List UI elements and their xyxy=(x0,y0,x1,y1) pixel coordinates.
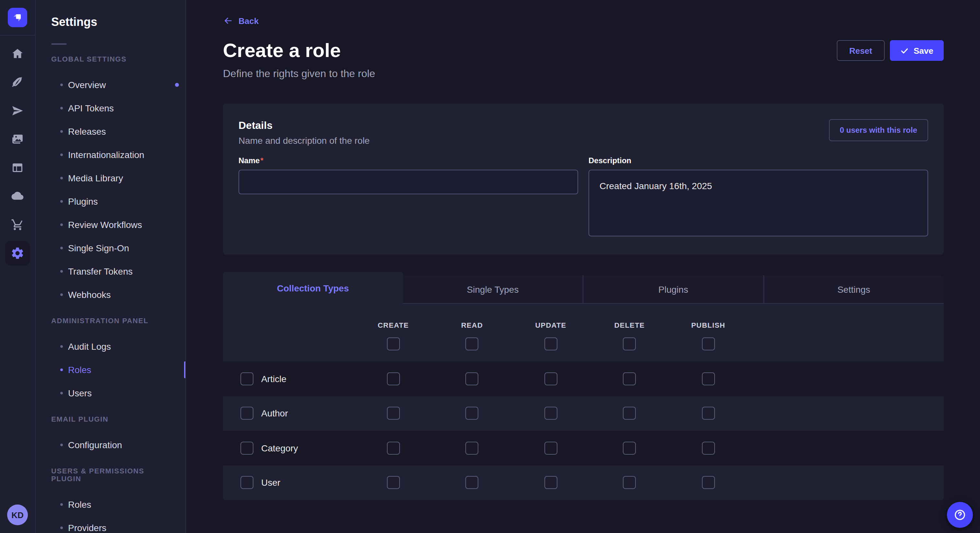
article-delete-checkbox[interactable] xyxy=(623,373,636,385)
user-create-checkbox[interactable] xyxy=(387,476,400,489)
author-read-checkbox[interactable] xyxy=(466,407,479,420)
permissions-table-header: CREATE READ UPDATE DELETE PUBLISH xyxy=(223,304,944,362)
category-row-checkbox[interactable] xyxy=(240,442,253,455)
article-publish-checkbox[interactable] xyxy=(702,373,715,385)
select-all-read-checkbox[interactable] xyxy=(466,338,479,351)
author-row-checkbox[interactable] xyxy=(240,407,253,420)
bullet-icon xyxy=(60,177,63,179)
sidebar-item-label: Overview xyxy=(68,80,106,90)
section-heading-global-settings: GLOBAL SETTINGS xyxy=(51,55,170,63)
sidebar-item-users[interactable]: Users xyxy=(36,381,185,405)
user-row-checkbox[interactable] xyxy=(240,476,253,489)
bullet-icon xyxy=(60,130,63,133)
user-update-checkbox[interactable] xyxy=(544,476,557,489)
sidebar-item-label: Review Workflows xyxy=(68,219,142,230)
column-header-create: CREATE xyxy=(354,321,433,329)
article-update-checkbox[interactable] xyxy=(544,373,557,385)
article-read-checkbox[interactable] xyxy=(466,373,479,385)
bullet-icon xyxy=(60,293,63,296)
reset-button[interactable]: Reset xyxy=(837,40,885,61)
title-divider xyxy=(51,43,67,45)
bullet-icon xyxy=(60,224,63,226)
sidebar-item-label: Audit Logs xyxy=(68,341,111,352)
media-library-icon[interactable] xyxy=(8,130,27,148)
sidebar-item-label: Plugins xyxy=(68,196,98,206)
sidebar-item-review-workflows[interactable]: Review Workflows xyxy=(36,213,185,236)
sidebar-item-single-sign-on[interactable]: Single Sign-On xyxy=(36,236,185,260)
column-header-read: READ xyxy=(433,321,511,329)
help-button[interactable] xyxy=(947,502,973,528)
rail-icon-list xyxy=(5,45,30,262)
bullet-icon xyxy=(60,84,63,86)
cloud-icon[interactable] xyxy=(8,187,27,205)
sidebar-item-api-tokens[interactable]: API Tokens xyxy=(36,97,185,120)
description-label: Description xyxy=(589,156,631,165)
logo-cell[interactable] xyxy=(0,0,35,36)
category-update-checkbox[interactable] xyxy=(544,442,557,455)
table-row-author: Author xyxy=(223,396,944,431)
select-all-delete-checkbox[interactable] xyxy=(623,338,636,351)
name-input[interactable] xyxy=(239,170,578,194)
sidebar-item-roles-active[interactable]: Roles xyxy=(36,358,185,381)
sidebar-item-label: Roles xyxy=(68,365,91,375)
user-delete-checkbox[interactable] xyxy=(623,476,636,489)
column-header-update: UPDATE xyxy=(511,321,590,329)
category-read-checkbox[interactable] xyxy=(466,442,479,455)
required-asterisk: * xyxy=(260,156,263,165)
page-subtitle: Define the rights given to the role xyxy=(223,67,375,80)
sidebar-item-label: Roles xyxy=(68,499,91,510)
tab-settings[interactable]: Settings xyxy=(763,275,944,304)
sidebar-item-label: Releases xyxy=(68,126,106,136)
section-heading-email-plugin: EMAIL PLUGIN xyxy=(51,415,170,423)
sidebar-item-up-providers[interactable]: Providers xyxy=(36,516,185,533)
back-link[interactable]: Back xyxy=(223,16,259,26)
sidebar-item-plugins[interactable]: Plugins xyxy=(36,190,185,213)
page-header: Create a role Define the rights given to… xyxy=(223,39,944,80)
article-row-checkbox[interactable] xyxy=(240,373,253,385)
select-all-create-checkbox[interactable] xyxy=(387,338,400,351)
sidebar-item-overview[interactable]: Overview xyxy=(36,73,185,97)
sidebar-item-configuration[interactable]: Configuration xyxy=(36,433,185,457)
sidebar-item-media-library[interactable]: Media Library xyxy=(36,167,185,190)
sidebar-item-label: Webhooks xyxy=(68,289,111,300)
select-all-publish-checkbox[interactable] xyxy=(702,338,715,351)
author-update-checkbox[interactable] xyxy=(544,407,557,420)
sidebar-item-up-roles[interactable]: Roles xyxy=(36,493,185,516)
tab-single-types[interactable]: Single Types xyxy=(403,275,583,304)
author-delete-checkbox[interactable] xyxy=(623,407,636,420)
permissions-panel: CREATE READ UPDATE DELETE PUBLISH xyxy=(223,304,944,500)
home-icon[interactable] xyxy=(8,45,27,63)
user-avatar[interactable]: KD xyxy=(7,504,28,525)
content-manager-icon[interactable] xyxy=(8,159,27,177)
users-with-role-button[interactable]: 0 users with this role xyxy=(829,119,928,141)
description-field-group: Description Created January 16th, 2025 xyxy=(589,154,928,239)
sidebar-item-internationalization[interactable]: Internationalization xyxy=(36,143,185,167)
bullet-icon xyxy=(60,200,63,203)
users-permissions-plugin-list: Roles Providers xyxy=(36,493,185,533)
sidebar-item-audit-logs[interactable]: Audit Logs xyxy=(36,335,185,358)
sidebar-item-webhooks[interactable]: Webhooks xyxy=(36,283,185,306)
feather-icon[interactable] xyxy=(8,73,27,91)
description-textarea[interactable]: Created January 16th, 2025 xyxy=(589,170,928,236)
settings-gear-icon[interactable] xyxy=(5,241,30,265)
bullet-icon xyxy=(60,444,63,446)
category-delete-checkbox[interactable] xyxy=(623,442,636,455)
user-read-checkbox[interactable] xyxy=(466,476,479,489)
category-create-checkbox[interactable] xyxy=(387,442,400,455)
sidebar-item-transfer-tokens[interactable]: Transfer Tokens xyxy=(36,260,185,283)
save-button[interactable]: Save xyxy=(889,40,944,61)
user-publish-checkbox[interactable] xyxy=(702,476,715,489)
sidebar-item-releases[interactable]: Releases xyxy=(36,120,185,143)
category-publish-checkbox[interactable] xyxy=(702,442,715,455)
paper-plane-icon[interactable] xyxy=(8,102,27,120)
select-all-update-checkbox[interactable] xyxy=(544,338,557,351)
author-create-checkbox[interactable] xyxy=(387,407,400,420)
sidebar-title: Settings xyxy=(51,16,170,29)
permissions-section: Collection Types Single Types Plugins Se… xyxy=(223,272,944,500)
marketplace-cart-icon[interactable] xyxy=(8,216,27,234)
question-mark-icon xyxy=(953,508,966,521)
author-publish-checkbox[interactable] xyxy=(702,407,715,420)
tab-collection-types[interactable]: Collection Types xyxy=(223,272,403,304)
article-create-checkbox[interactable] xyxy=(387,373,400,385)
tab-plugins[interactable]: Plugins xyxy=(583,275,763,304)
